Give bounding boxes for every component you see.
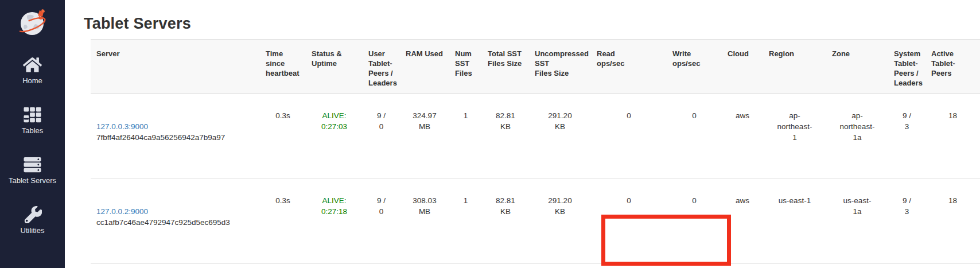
uncompressed-sst-size-cell: 291.20 KB: [529, 94, 591, 179]
cloud-cell: aws: [722, 94, 763, 179]
user-tablet-peers-cell: 9 / 9: [363, 264, 400, 268]
region-cell: us-east-1: [763, 179, 826, 264]
sidebar-item-tables[interactable]: Tables: [22, 106, 44, 135]
col-header-user-tablet-peers: User Tablet- Peers / Leaders: [363, 40, 400, 94]
server-cell: 127.0.0.1:9000 52b6278c6f894a1fb0525f523…: [91, 264, 260, 268]
utilities-icon: [23, 206, 42, 223]
sidebar-nav: Home Tables Tablet Servers Utilities: [9, 56, 56, 235]
status-uptime-cell: ALIVE: 0:27:38: [306, 264, 363, 268]
zone-cell: us-east- 1a: [826, 179, 888, 264]
col-header-system-tablet-peers: System Tablet- Peers / Leaders: [888, 40, 925, 94]
table-header: Server Time since heartbeat Status & Upt…: [91, 40, 980, 94]
sidebar: Home Tables Tablet Servers Utilities: [0, 0, 65, 268]
uncompressed-sst-size-cell: 291.20 KB: [529, 264, 591, 268]
user-tablet-peers-cell: 9 / 0: [363, 179, 400, 264]
time-since-heartbeat-cell: 0.3s: [260, 179, 306, 264]
col-header-ram-used: RAM Used: [400, 40, 449, 94]
table-row: 127.0.0.1:9000 52b6278c6f894a1fb0525f523…: [91, 264, 980, 268]
col-header-total-sst-size: Total SST Files Size: [482, 40, 529, 94]
home-icon: [23, 56, 42, 73]
num-sst-files-cell: 1: [449, 264, 482, 268]
sidebar-item-label: Utilities: [21, 226, 45, 235]
read-ops-cell: 0: [591, 179, 667, 264]
total-sst-size-cell: 82.81 KB: [482, 179, 529, 264]
zone-cell: us-west- 2a: [826, 264, 888, 268]
time-since-heartbeat-cell: 0.3s: [260, 264, 306, 268]
system-tablet-peers-cell: 9 / 3: [888, 264, 925, 268]
sidebar-item-home[interactable]: Home: [22, 56, 42, 85]
num-sst-files-cell: 1: [449, 179, 482, 264]
sidebar-item-utilities[interactable]: Utilities: [21, 206, 45, 235]
status-uptime-cell: ALIVE: 0:27:03: [306, 94, 363, 179]
ram-used-cell: 324.97 MB: [400, 94, 449, 179]
server-cell: 127.0.0.2:9000 cc1afb7c46ae4792947c925d5…: [91, 179, 260, 264]
active-tablet-peers-cell: 18: [925, 264, 980, 268]
tablet-servers-icon: [23, 156, 42, 173]
col-header-uncompressed-sst-size: Uncompressed SST Files Size: [529, 40, 591, 94]
cloud-cell: aws: [722, 179, 763, 264]
col-header-region: Region: [763, 40, 826, 94]
server-uuid: cc1afb7c46ae4792947c925d5ec695d3: [96, 217, 254, 228]
server-address-link[interactable]: 127.0.0.2:9000: [96, 206, 148, 217]
col-header-write-ops: Write ops/sec: [667, 40, 722, 94]
region-cell: ap- northeast- 1: [763, 94, 826, 179]
active-tablet-peers-cell: 18: [925, 94, 980, 179]
sidebar-item-label: Tablet Servers: [9, 176, 56, 185]
tablet-servers-table: Server Time since heartbeat Status & Upt…: [91, 39, 980, 268]
table-row: 127.0.0.2:9000 cc1afb7c46ae4792947c925d5…: [91, 179, 980, 264]
cloud-cell: aws: [722, 264, 763, 268]
total-sst-size-cell: 82.81 KB: [482, 94, 529, 179]
region-cell: us-west-2: [763, 264, 826, 268]
write-ops-cell: 0: [667, 94, 722, 179]
yugabyte-logo-icon[interactable]: [17, 7, 49, 39]
tables-icon: [23, 106, 42, 123]
status-uptime-cell: ALIVE: 0:27:18: [306, 179, 363, 264]
col-header-zone: Zone: [826, 40, 888, 94]
sidebar-item-tablet-servers[interactable]: Tablet Servers: [9, 156, 56, 185]
zone-cell: ap- northeast- 1a: [826, 94, 888, 179]
read-ops-cell: 1482.55: [591, 264, 667, 268]
read-ops-cell: 0: [591, 94, 667, 179]
main-content: Tablet Servers Server Time since heartbe…: [65, 0, 980, 268]
col-header-read-ops: Read ops/sec: [591, 40, 667, 94]
write-ops-cell: 1482.15: [667, 264, 722, 268]
sidebar-item-label: Tables: [22, 126, 44, 135]
col-header-num-sst-files: Num SST Files: [449, 40, 482, 94]
sidebar-item-label: Home: [22, 76, 42, 85]
col-header-cloud: Cloud: [722, 40, 763, 94]
total-sst-size-cell: 82.81 KB: [482, 264, 529, 268]
table-row: 127.0.0.3:9000 7fbff4af26404ca9a56256942…: [91, 94, 980, 179]
col-header-server: Server: [91, 40, 260, 94]
ram-used-cell: 351.01 MB: [400, 264, 449, 268]
time-since-heartbeat-cell: 0.3s: [260, 94, 306, 179]
page-title: Tablet Servers: [84, 15, 980, 33]
system-tablet-peers-cell: 9 / 3: [888, 179, 925, 264]
write-ops-cell: 0: [667, 179, 722, 264]
num-sst-files-cell: 1: [449, 94, 482, 179]
col-header-active-tablet-peers: Active Tablet- Peers: [925, 40, 980, 94]
system-tablet-peers-cell: 9 / 3: [888, 94, 925, 179]
user-tablet-peers-cell: 9 / 0: [363, 94, 400, 179]
uncompressed-sst-size-cell: 291.20 KB: [529, 179, 591, 264]
server-address-link[interactable]: 127.0.0.3:9000: [96, 121, 148, 132]
ram-used-cell: 308.03 MB: [400, 179, 449, 264]
col-header-time-since-heartbeat: Time since heartbeat: [260, 40, 306, 94]
server-cell: 127.0.0.3:9000 7fbff4af26404ca9a56256942…: [91, 94, 260, 179]
server-uuid: 7fbff4af26404ca9a56256942a7b9a97: [96, 132, 254, 143]
active-tablet-peers-cell: 18: [925, 179, 980, 264]
col-header-status-uptime: Status & Uptime: [306, 40, 363, 94]
